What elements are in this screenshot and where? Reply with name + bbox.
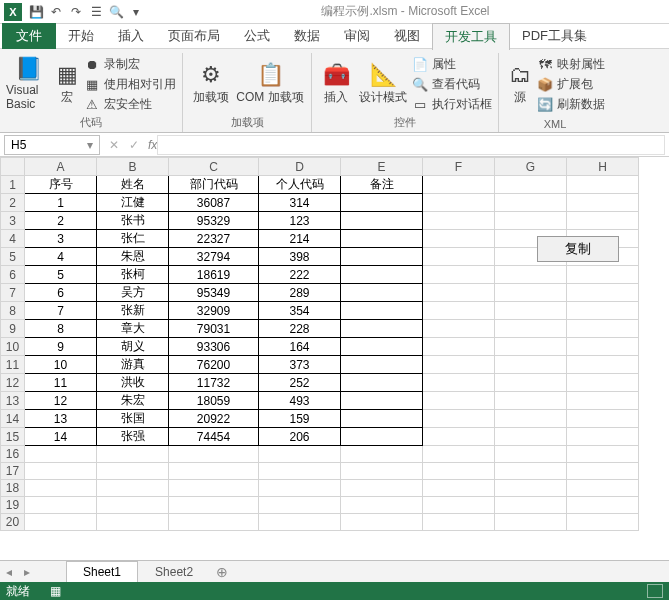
cell[interactable]	[495, 428, 567, 446]
cell[interactable]: 吴方	[97, 284, 169, 302]
cell[interactable]: 493	[259, 392, 341, 410]
cell[interactable]: 张新	[97, 302, 169, 320]
cell[interactable]	[567, 514, 639, 531]
cell[interactable]	[25, 463, 97, 480]
row-header[interactable]: 3	[1, 212, 25, 230]
design-mode-button[interactable]: 📐设计模式	[356, 53, 410, 113]
save-icon[interactable]: 💾	[26, 2, 46, 22]
cell[interactable]: 314	[259, 194, 341, 212]
cell[interactable]	[423, 446, 495, 463]
cell[interactable]: 游真	[97, 356, 169, 374]
cell[interactable]: 13	[25, 410, 97, 428]
tab-pdf[interactable]: PDF工具集	[510, 23, 599, 49]
cell[interactable]	[341, 374, 423, 392]
cell[interactable]	[567, 356, 639, 374]
tab-developer[interactable]: 开发工具	[432, 23, 510, 50]
cell[interactable]: 章大	[97, 320, 169, 338]
cell[interactable]: 74454	[169, 428, 259, 446]
cell[interactable]	[495, 176, 567, 194]
worksheet-grid[interactable]: ABCDEFGH 1序号姓名部门代码个人代码备注21江健3608731432张书…	[0, 157, 669, 560]
cell[interactable]	[495, 463, 567, 480]
formula-input[interactable]	[157, 135, 665, 155]
cell[interactable]	[423, 410, 495, 428]
cell[interactable]	[169, 463, 259, 480]
cell[interactable]	[341, 356, 423, 374]
cell[interactable]	[567, 212, 639, 230]
col-D[interactable]: D	[259, 158, 341, 176]
cell[interactable]	[567, 176, 639, 194]
cell[interactable]	[423, 356, 495, 374]
tab-formula[interactable]: 公式	[232, 23, 282, 49]
cell[interactable]: 214	[259, 230, 341, 248]
cell[interactable]: 7	[25, 302, 97, 320]
cell[interactable]	[495, 302, 567, 320]
cell[interactable]: 备注	[341, 176, 423, 194]
cell[interactable]: 18059	[169, 392, 259, 410]
cell[interactable]: 79031	[169, 320, 259, 338]
cell[interactable]: 22327	[169, 230, 259, 248]
cell[interactable]	[423, 302, 495, 320]
tab-view[interactable]: 视图	[382, 23, 432, 49]
add-sheet-icon[interactable]: ⊕	[210, 564, 234, 580]
refresh-button[interactable]: 🔄刷新数据	[537, 95, 605, 113]
cell[interactable]	[567, 428, 639, 446]
cell[interactable]	[97, 480, 169, 497]
cell[interactable]: 222	[259, 266, 341, 284]
cell[interactable]	[567, 320, 639, 338]
cell[interactable]	[259, 446, 341, 463]
row-header[interactable]: 10	[1, 338, 25, 356]
cell[interactable]	[341, 497, 423, 514]
cell[interactable]	[495, 446, 567, 463]
cell[interactable]	[97, 463, 169, 480]
cell[interactable]	[567, 338, 639, 356]
cell[interactable]	[495, 194, 567, 212]
tab-review[interactable]: 审阅	[332, 23, 382, 49]
cell[interactable]	[495, 480, 567, 497]
accept-formula-icon[interactable]: ✓	[124, 138, 144, 152]
cell[interactable]: 11732	[169, 374, 259, 392]
cell[interactable]	[423, 463, 495, 480]
row-header[interactable]: 7	[1, 284, 25, 302]
cell[interactable]	[97, 497, 169, 514]
cell[interactable]: 胡义	[97, 338, 169, 356]
cell[interactable]	[341, 194, 423, 212]
cell[interactable]	[25, 480, 97, 497]
tab-home[interactable]: 开始	[56, 23, 106, 49]
cell[interactable]: 洪收	[97, 374, 169, 392]
cell[interactable]	[259, 463, 341, 480]
row-header[interactable]: 14	[1, 410, 25, 428]
cell[interactable]	[567, 480, 639, 497]
chevron-down-icon[interactable]: ▾	[87, 138, 93, 152]
row-header[interactable]: 19	[1, 497, 25, 514]
cell[interactable]	[567, 497, 639, 514]
cell[interactable]: 164	[259, 338, 341, 356]
run-dialog-button[interactable]: ▭执行对话框	[412, 95, 492, 113]
row-header[interactable]: 12	[1, 374, 25, 392]
cell[interactable]	[495, 356, 567, 374]
record-macro-button[interactable]: ⏺录制宏	[84, 55, 176, 73]
cell[interactable]: 398	[259, 248, 341, 266]
cell[interactable]	[423, 176, 495, 194]
cell[interactable]	[341, 302, 423, 320]
source-button[interactable]: 🗂源	[505, 53, 535, 113]
cell[interactable]	[341, 248, 423, 266]
cell[interactable]	[567, 446, 639, 463]
col-E[interactable]: E	[341, 158, 423, 176]
cell[interactable]: 张强	[97, 428, 169, 446]
col-B[interactable]: B	[97, 158, 169, 176]
macro-security-button[interactable]: ⚠宏安全性	[84, 95, 176, 113]
col-H[interactable]: H	[567, 158, 639, 176]
cell[interactable]: 朱恩	[97, 248, 169, 266]
fx-icon[interactable]: fx	[148, 138, 157, 152]
cell[interactable]: 14	[25, 428, 97, 446]
cell[interactable]	[259, 514, 341, 531]
cell[interactable]	[341, 266, 423, 284]
tab-data[interactable]: 数据	[282, 23, 332, 49]
cell[interactable]	[423, 320, 495, 338]
cell[interactable]	[169, 446, 259, 463]
addin-button[interactable]: ⚙加载项	[189, 53, 233, 113]
view-code-button[interactable]: 🔍查看代码	[412, 75, 492, 93]
macro-status-icon[interactable]: ▦	[50, 584, 61, 598]
sheet-nav-next-icon[interactable]: ▸	[18, 565, 36, 579]
cell[interactable]: 18619	[169, 266, 259, 284]
